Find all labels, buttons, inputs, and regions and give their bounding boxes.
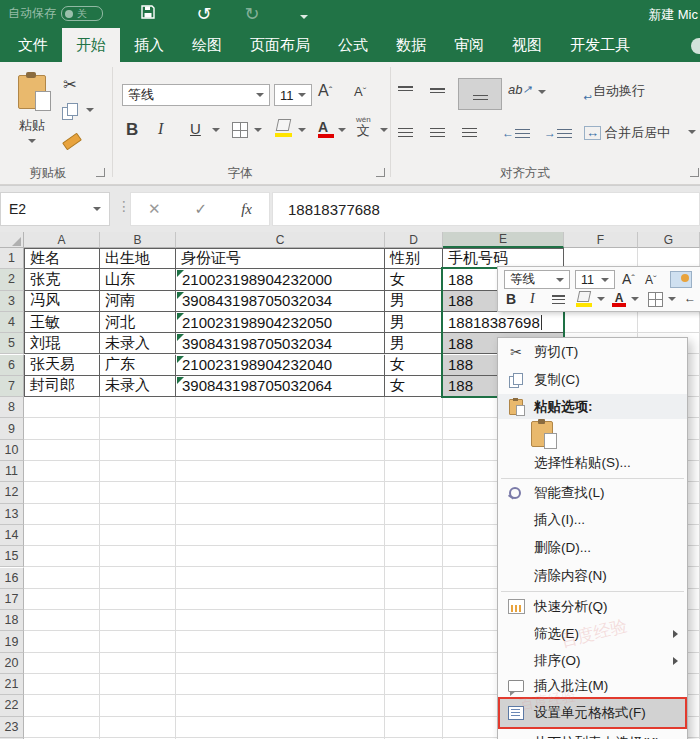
name-box-dropdown-icon[interactable] (93, 207, 101, 211)
cell-A7[interactable]: 封司郎 (24, 376, 100, 397)
font-color-button[interactable]: A (318, 118, 334, 138)
menu-item-paste-options[interactable]: 粘贴选项: (498, 394, 687, 419)
fill-color-dropdown-icon[interactable] (298, 128, 306, 132)
font-color-dropdown-icon[interactable] (338, 128, 346, 132)
top-align-button[interactable] (398, 86, 413, 92)
menu-item-quick-analysis[interactable]: 快速分析(Q) (498, 593, 687, 620)
tab-review[interactable]: 审阅 (440, 28, 498, 62)
mini-borders-button[interactable] (648, 292, 663, 307)
row-header-5[interactable]: 5 (0, 333, 24, 354)
italic-button[interactable]: I (158, 120, 163, 138)
borders-button[interactable] (232, 122, 248, 138)
menu-item-sort[interactable]: 排序(O) (498, 647, 687, 674)
menu-item-smart-lookup[interactable]: 智能查找(L) (498, 480, 687, 506)
cell-D6[interactable]: 女 (385, 355, 443, 376)
cut-button[interactable]: ✂ (58, 74, 82, 94)
row-header-19[interactable]: 19 (0, 631, 24, 652)
row-header-20[interactable]: 20 (0, 653, 24, 674)
cell-B2[interactable]: 山东 (100, 269, 176, 290)
cell-A3[interactable]: 冯风 (24, 291, 100, 312)
menu-item-insert-comment[interactable]: 插入批注(M) (498, 674, 687, 697)
row-header-6[interactable]: 6 (0, 355, 24, 376)
column-header-B[interactable]: B (100, 232, 176, 248)
undo-icon[interactable]: ↺ (192, 3, 216, 25)
cell-A2[interactable]: 张克 (24, 269, 100, 290)
menu-item-filter[interactable]: 筛选(E) (498, 620, 687, 647)
insert-function-icon[interactable]: fx (241, 201, 252, 218)
formula-bar-handle[interactable]: ⋮ (117, 198, 131, 214)
column-header-C[interactable]: C (176, 232, 385, 248)
cell-D2[interactable]: 女 (385, 269, 443, 290)
middle-align-button[interactable] (430, 88, 445, 94)
tab-formulas[interactable]: 公式 (324, 28, 382, 62)
align-left-button[interactable] (398, 128, 413, 137)
enter-icon[interactable]: ✓ (195, 200, 208, 218)
borders-dropdown-icon[interactable] (254, 128, 262, 132)
cell-D3[interactable]: 男 (385, 291, 443, 312)
menu-item-paste-special[interactable]: 选择性粘贴(S)... (498, 449, 687, 477)
menu-item-copy[interactable]: 复制(C) (498, 366, 687, 394)
merge-dropdown-icon[interactable] (688, 130, 696, 134)
decrease-font-button[interactable]: A (354, 84, 366, 99)
cell-C3[interactable]: 390843198705032034 (176, 291, 385, 312)
row-header-22[interactable]: 22 (0, 695, 24, 716)
menu-item-pick-from-list[interactable]: 从下拉列表中选择(K) (498, 729, 687, 739)
cell-B5[interactable]: 未录入 (100, 333, 176, 354)
row-header-4[interactable]: 4 (0, 312, 24, 333)
cancel-icon[interactable]: ✕ (148, 200, 161, 218)
cell-A4[interactable]: 王敏 (24, 312, 100, 333)
tab-draw[interactable]: 绘图 (178, 28, 236, 62)
cell-D4[interactable]: 男 (385, 312, 443, 333)
row-header-9[interactable]: 9 (0, 418, 24, 439)
cell-C4[interactable]: 210023198904232050 (176, 312, 385, 333)
cell-C1[interactable]: 身份证号 (176, 248, 385, 269)
cell-C2[interactable]: 210023198904232000 (176, 269, 385, 290)
menu-item-delete[interactable]: 删除(D)... (498, 534, 687, 562)
clipboard-dialog-launcher-icon[interactable] (96, 168, 105, 177)
mini-font-color-dropdown-icon[interactable] (631, 297, 639, 301)
mini-font-color-button[interactable]: A (612, 291, 626, 307)
font-dialog-launcher-icon[interactable] (376, 168, 385, 177)
tab-page-layout[interactable]: 页面布局 (236, 28, 324, 62)
column-header-F[interactable]: F (564, 232, 638, 248)
bottom-align-button[interactable] (458, 78, 502, 110)
cell-D7[interactable]: 女 (385, 376, 443, 397)
alignment-dialog-launcher-icon[interactable] (690, 168, 699, 177)
tab-developer[interactable]: 开发工具 (556, 28, 644, 62)
increase-indent-button[interactable]: → (544, 126, 572, 140)
row-header-13[interactable]: 13 (0, 504, 24, 525)
save-icon[interactable] (136, 3, 160, 25)
column-header-A[interactable]: A (24, 232, 100, 248)
cell-B4[interactable]: 河北 (100, 312, 176, 333)
row-header-14[interactable]: 14 (0, 525, 24, 546)
mini-increase-font-button[interactable]: A (622, 271, 635, 287)
paste-button[interactable]: 粘贴 (10, 70, 54, 148)
row-header-12[interactable]: 12 (0, 482, 24, 503)
phonetic-guide-button[interactable]: wén 文 (356, 116, 371, 137)
row-header-1[interactable]: 1 (0, 248, 24, 269)
bold-button[interactable]: B (126, 120, 138, 140)
cell-D5[interactable]: 男 (385, 333, 443, 354)
name-box[interactable]: E2 (0, 192, 110, 226)
font-size-combo[interactable]: 11 (274, 84, 312, 106)
wrap-text-button[interactable]: ↩ 自动换行 (588, 82, 645, 100)
column-header-E[interactable]: E (443, 232, 564, 248)
mini-fill-color-button[interactable] (576, 291, 592, 307)
row-header-21[interactable]: 21 (0, 674, 24, 695)
cell-B1[interactable]: 出生地 (100, 248, 176, 269)
orientation-dropdown-icon[interactable] (538, 90, 546, 94)
underline-button[interactable]: U (190, 120, 201, 137)
cell-B6[interactable]: 广东 (100, 355, 176, 376)
mini-number-format-button[interactable]: ← (684, 291, 696, 305)
cell-A6[interactable]: 张天易 (24, 355, 100, 376)
cell-C5[interactable]: 390843198705032034 (176, 333, 385, 354)
copy-dropdown-icon[interactable] (86, 108, 94, 112)
row-header-8[interactable]: 8 (0, 397, 24, 418)
row-header-10[interactable]: 10 (0, 440, 24, 461)
row-header-3[interactable]: 3 (0, 291, 24, 312)
row-header-17[interactable]: 17 (0, 589, 24, 610)
row-header-2[interactable]: 2 (0, 269, 24, 290)
menu-item-format-cells[interactable]: 设置单元格格式(F) (498, 697, 687, 729)
menu-item-cut[interactable]: ✂剪切(T) (498, 338, 687, 366)
mini-borders-dropdown-icon[interactable] (668, 297, 676, 301)
